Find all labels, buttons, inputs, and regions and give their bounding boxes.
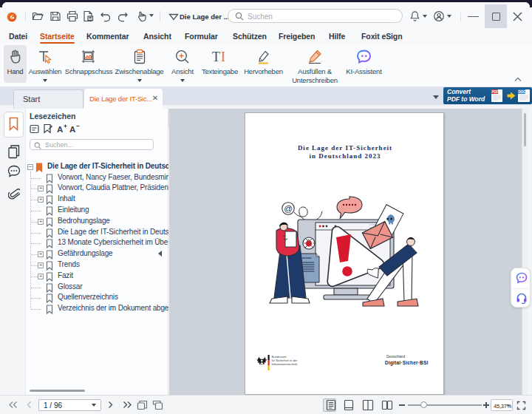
svg-text:I: I (221, 50, 225, 64)
svg-text:DOC: DOC (519, 90, 527, 94)
svg-text:T: T (212, 50, 220, 64)
svg-text:PDF: PDF (492, 90, 499, 94)
svg-text:@: @ (284, 204, 293, 213)
svg-text:A: A (57, 125, 63, 134)
svg-text:A: A (69, 125, 75, 134)
svg-text:Informationstechnik: Informationstechnik (272, 362, 298, 366)
